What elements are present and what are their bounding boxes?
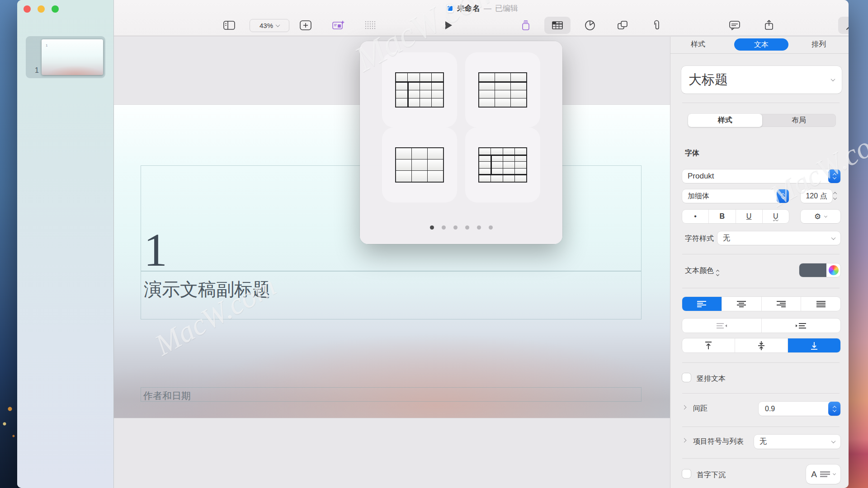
font-family-stepper[interactable] xyxy=(828,169,840,183)
outdent-button[interactable] xyxy=(682,319,762,333)
advanced-options-button[interactable]: ⚙ xyxy=(801,210,840,223)
color-wheel-icon xyxy=(829,265,839,275)
spacing-disclosure-icon[interactable] xyxy=(682,405,687,410)
table-styles-popover xyxy=(360,41,562,244)
ai-writing-tools-icon xyxy=(332,19,345,31)
page-dot-6[interactable] xyxy=(489,225,493,230)
font-section-label: 字体 xyxy=(685,149,699,158)
chevron-down-icon xyxy=(831,439,836,443)
font-size-stepper[interactable] xyxy=(834,192,836,199)
align-right-icon xyxy=(776,300,786,308)
minimize-button[interactable] xyxy=(38,5,45,13)
close-button[interactable] xyxy=(24,5,31,13)
table-style-header-row[interactable] xyxy=(465,52,540,127)
segment-style[interactable]: 样式 xyxy=(688,114,762,127)
view-sidebar-button[interactable] xyxy=(222,18,236,33)
fullscreen-button[interactable] xyxy=(52,5,59,13)
slide-author-text: 作者和日期 xyxy=(141,388,641,402)
add-slide-icon xyxy=(299,20,312,31)
table-style-plain[interactable] xyxy=(382,127,457,202)
align-justify-button[interactable] xyxy=(801,297,840,311)
pie-chart-icon xyxy=(585,20,595,31)
drop-cap-style-dropdown[interactable]: A xyxy=(806,465,840,484)
font-style-buttons: • B U U xyxy=(682,210,789,223)
page-dot-2[interactable] xyxy=(442,225,446,230)
page-dot-5[interactable] xyxy=(477,225,481,230)
bullets-disclosure-icon[interactable] xyxy=(682,438,687,443)
comment-button[interactable] xyxy=(727,18,742,33)
play-button[interactable] xyxy=(441,18,456,33)
author-date-placeholder-box[interactable]: 作者和日期 xyxy=(141,387,642,402)
bold-button[interactable]: B xyxy=(709,210,736,223)
rearrange-grid-button[interactable] xyxy=(363,18,377,33)
divider xyxy=(682,427,840,427)
shape-button[interactable] xyxy=(615,18,630,33)
page-dot-3[interactable] xyxy=(453,225,458,230)
underline-wavy-button[interactable]: U xyxy=(763,210,789,223)
subtitle-placeholder-box[interactable]: 演示文稿副标题 xyxy=(141,271,642,319)
paragraph-style-dropdown[interactable]: 大标题 xyxy=(681,66,842,94)
font-size-value: 120 点 xyxy=(806,192,827,201)
title-toolbar: 未命名 — 已编辑 43% xyxy=(114,0,849,36)
align-center-button[interactable] xyxy=(722,297,762,311)
table-style-2-thumbnail xyxy=(478,72,527,108)
valign-bottom-button[interactable] xyxy=(788,338,840,352)
title-separator: — xyxy=(484,4,491,13)
clipboard-icon xyxy=(520,19,531,31)
add-slide-button[interactable] xyxy=(298,18,313,33)
tab-style[interactable]: 样式 xyxy=(691,40,705,49)
table-button[interactable] xyxy=(550,18,565,33)
chart-button[interactable] xyxy=(583,18,597,33)
table-style-header-row-column-footer[interactable] xyxy=(465,127,540,202)
grid-dots-icon xyxy=(364,20,376,31)
share-button[interactable] xyxy=(762,18,776,33)
tab-text[interactable]: 文本 xyxy=(734,38,788,51)
valign-top-icon xyxy=(704,341,712,350)
bullets-dropdown[interactable]: 无 xyxy=(754,435,840,449)
popover-pagination xyxy=(360,225,562,230)
chevron-down-icon xyxy=(833,472,836,475)
media-attach-button[interactable] xyxy=(649,18,664,33)
comment-icon xyxy=(729,20,741,31)
zoom-level-value: 43% xyxy=(259,22,273,29)
format-button[interactable] xyxy=(844,18,849,33)
ai-writing-tools-button[interactable] xyxy=(331,18,346,33)
spacing-label: 间距 xyxy=(693,404,708,413)
char-style-label: 字符样式 xyxy=(685,234,714,244)
keynote-document-icon xyxy=(447,5,453,13)
font-weight-value: 加细体 xyxy=(688,192,709,201)
tab-arrange[interactable]: 排列 xyxy=(811,40,826,49)
font-size-field[interactable]: 120 点 xyxy=(801,189,832,203)
font-weight-field[interactable]: 加细体 xyxy=(682,189,789,203)
drop-cap-lines-icon xyxy=(820,471,830,477)
drop-cap-checkbox[interactable] xyxy=(682,469,691,478)
document-title: 未命名 xyxy=(457,3,480,14)
spacing-stepper-field[interactable]: 0.9 xyxy=(759,402,840,416)
slide-thumbnail-image[interactable]: 1 xyxy=(42,39,103,75)
text-color-label: 文本颜色 xyxy=(685,266,719,276)
italic-unavailable-button[interactable]: • xyxy=(682,210,709,223)
paste-style-button[interactable] xyxy=(519,18,533,33)
font-family-field[interactable]: Produkt xyxy=(682,169,840,183)
align-left-button[interactable] xyxy=(682,297,722,311)
valign-middle-button[interactable] xyxy=(735,338,788,352)
divider xyxy=(682,288,840,288)
valign-top-button[interactable] xyxy=(682,338,735,352)
align-right-button[interactable] xyxy=(762,297,802,311)
table-style-header-row-and-column[interactable] xyxy=(382,52,457,127)
color-wheel-button[interactable] xyxy=(826,265,840,275)
updown-icon xyxy=(717,270,719,276)
text-color-swatch[interactable] xyxy=(799,263,826,277)
divider xyxy=(682,458,840,459)
zoom-level-button[interactable]: 43% xyxy=(250,19,289,32)
page-dot-1[interactable] xyxy=(430,225,434,230)
page-dot-4[interactable] xyxy=(465,225,469,230)
segment-layout[interactable]: 布局 xyxy=(762,114,836,127)
vertical-text-checkbox[interactable] xyxy=(682,373,691,382)
underline-button[interactable]: U xyxy=(736,210,763,223)
indent-button[interactable] xyxy=(762,319,841,333)
char-style-dropdown[interactable]: 无 xyxy=(717,231,840,245)
font-weight-stepper[interactable] xyxy=(777,189,789,203)
spacing-stepper[interactable] xyxy=(828,402,840,416)
slide-thumbnail-selected[interactable]: 1 1 xyxy=(26,36,105,78)
